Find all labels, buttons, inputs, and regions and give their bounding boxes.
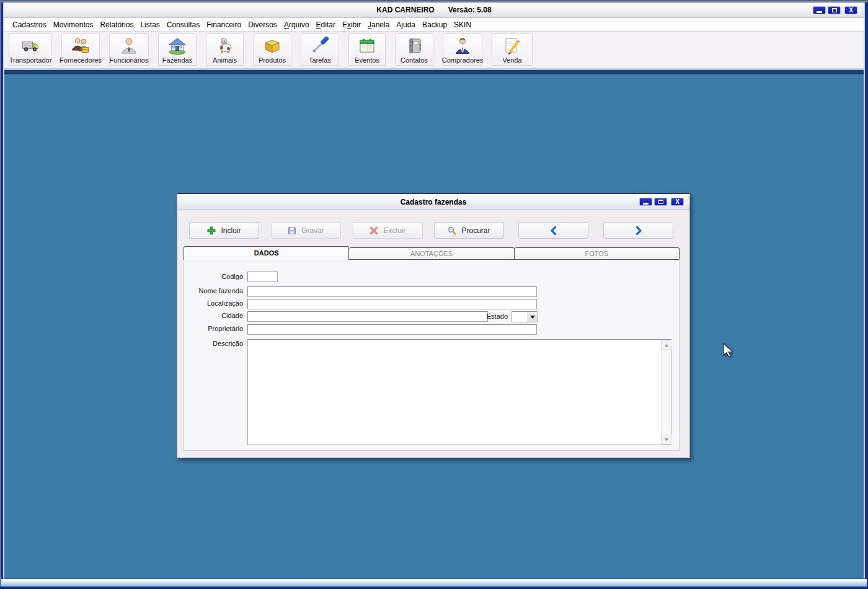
close-button[interactable]: X: [844, 6, 857, 14]
toolbar-button-produtos[interactable]: Produtos: [253, 33, 291, 66]
pencil-paper-icon: [502, 36, 522, 56]
menu-item-exibir[interactable]: Exibir: [339, 19, 364, 31]
menu-item-editar[interactable]: Editar: [313, 19, 339, 31]
window-frame-bottom: [0, 587, 868, 589]
menu-item-skin[interactable]: SKIN: [451, 19, 474, 31]
estado-select[interactable]: [512, 311, 538, 322]
toolbar-button-transportador[interactable]: Transportador: [9, 33, 52, 66]
close-icon: X: [849, 7, 853, 14]
menu-item-diversos[interactable]: Diversos: [245, 19, 280, 31]
employee-icon: [119, 36, 139, 56]
codigo-input[interactable]: [247, 272, 278, 282]
toolbar-label: Animais: [213, 56, 237, 64]
excluir-label: Excluir: [383, 226, 405, 235]
toolbar-button-compradores[interactable]: Compradores: [443, 33, 482, 66]
estado-dropdown-button[interactable]: [528, 312, 537, 322]
tab-anotacoes[interactable]: ANOTAÇÕES: [349, 247, 514, 260]
menu-item-relatorios[interactable]: Relatórios: [97, 19, 136, 31]
toolbar-label: Transportador: [9, 56, 52, 64]
localizacao-input[interactable]: [247, 299, 537, 309]
descricao-label: Descrição: [213, 340, 243, 348]
search-icon: [448, 226, 456, 235]
application-window: KAD CARNEIROVersão: 5.08 X Cadastros Mov…: [0, 0, 868, 589]
toolbar-button-eventos[interactable]: Eventos: [348, 33, 386, 66]
previous-record-button[interactable]: [518, 222, 588, 239]
scroll-up-button[interactable]: [662, 340, 671, 350]
open-box-icon: [262, 36, 282, 56]
toolbar-button-contatos[interactable]: Contatos: [395, 33, 433, 66]
screwdriver-icon: [310, 36, 330, 56]
dialog-close-button[interactable]: X: [671, 198, 684, 206]
toolbar-label: Tarefas: [309, 56, 331, 64]
save-floppy-icon: [288, 226, 296, 235]
app-title: KAD CARNEIRO: [376, 6, 434, 14]
toolbar-button-fazendas[interactable]: Fazendas: [158, 33, 197, 66]
chevron-down-icon: [530, 316, 535, 321]
toolbar-label: Eventos: [355, 56, 379, 64]
toolbar-button-venda[interactable]: Venda: [492, 33, 533, 66]
tab-page-dados: Codigo Nome fazenda Localização Cidade E…: [184, 259, 680, 451]
menu-item-financeiro[interactable]: Financeiro: [203, 19, 244, 31]
triangle-up-icon: [665, 342, 668, 347]
chevron-left-icon: [549, 226, 558, 235]
cidade-input[interactable]: [247, 311, 488, 322]
gravar-label: Gravar: [301, 226, 324, 235]
dialog-minimize-button[interactable]: [639, 198, 652, 206]
tab-dados[interactable]: DADOS: [184, 246, 349, 260]
toolbar-label: Venda: [502, 56, 521, 64]
mouse-cursor: [721, 342, 736, 360]
app-version: Versão: 5.08: [448, 6, 492, 14]
vertical-scrollbar[interactable]: [661, 340, 671, 445]
address-book-icon: [404, 36, 424, 56]
menu-item-cadastros[interactable]: Cadastros: [9, 19, 50, 31]
menu-item-arquivo[interactable]: Arquivo: [281, 19, 312, 31]
next-record-button[interactable]: [603, 222, 673, 239]
dialog-window-controls: X: [637, 198, 684, 206]
status-bar: [1, 578, 867, 587]
minimize-button[interactable]: [813, 6, 826, 14]
menu-item-movimentos[interactable]: Movimentos: [50, 19, 97, 31]
incluir-label: Incluir: [221, 226, 241, 235]
toolbar-button-animais[interactable]: Animais: [206, 33, 244, 66]
toolbar-label: Fornecedores: [60, 56, 102, 64]
toolbar-label: Fazendas: [162, 56, 192, 64]
maximize-icon: [832, 8, 837, 12]
incluir-button[interactable]: Incluir: [189, 222, 259, 239]
menu-item-janela[interactable]: Janela: [365, 19, 392, 31]
excluir-button[interactable]: Excluir: [353, 222, 423, 239]
toolbar-label: Produtos: [259, 56, 286, 64]
farm-house-icon: [167, 36, 187, 56]
procurar-button[interactable]: Procurar: [434, 222, 504, 239]
maximize-icon: [658, 200, 663, 204]
estado-selected-value: [512, 312, 528, 322]
descricao-textarea[interactable]: [247, 339, 671, 445]
calendar-icon: [357, 36, 377, 56]
toolbar-label: Funcionários: [110, 56, 149, 64]
toolbar-button-tarefas[interactable]: Tarefas: [301, 33, 339, 66]
codigo-label: Codigo: [221, 273, 243, 281]
proprietario-input[interactable]: [247, 324, 537, 335]
add-plus-icon: [207, 226, 216, 235]
menu-item-consultas[interactable]: Consultas: [164, 19, 203, 31]
procurar-label: Procurar: [461, 226, 490, 235]
menu-item-backup[interactable]: Backup: [419, 19, 450, 31]
nome-fazenda-input[interactable]: [247, 286, 537, 297]
tab-fotos[interactable]: FOTOS: [515, 247, 680, 260]
dialog-maximize-button[interactable]: [654, 198, 667, 206]
window-controls: X: [811, 6, 857, 14]
menu-item-listas[interactable]: Listas: [137, 19, 162, 31]
triangle-down-icon: [665, 438, 668, 443]
dialog-titlebar[interactable]: Cadastro fazendas X: [177, 194, 689, 210]
scroll-down-button[interactable]: [662, 435, 671, 445]
toolbar-label: Compradores: [442, 56, 484, 64]
toolbar-button-funcionarios[interactable]: Funcionários: [109, 33, 149, 66]
toolbar-label: Contatos: [401, 56, 428, 64]
gravar-button[interactable]: Gravar: [271, 222, 341, 239]
titlebar[interactable]: KAD CARNEIROVersão: 5.08 X: [4, 2, 864, 18]
proprietario-label: Proprietário: [208, 325, 243, 333]
toolbar-button-fornecedores[interactable]: Fornecedores: [61, 33, 100, 66]
menu-item-ajuda[interactable]: Ajuda: [393, 19, 418, 31]
window-frame-left: [0, 2, 4, 589]
maximize-button[interactable]: [828, 6, 841, 14]
suppliers-icon: [71, 36, 91, 56]
